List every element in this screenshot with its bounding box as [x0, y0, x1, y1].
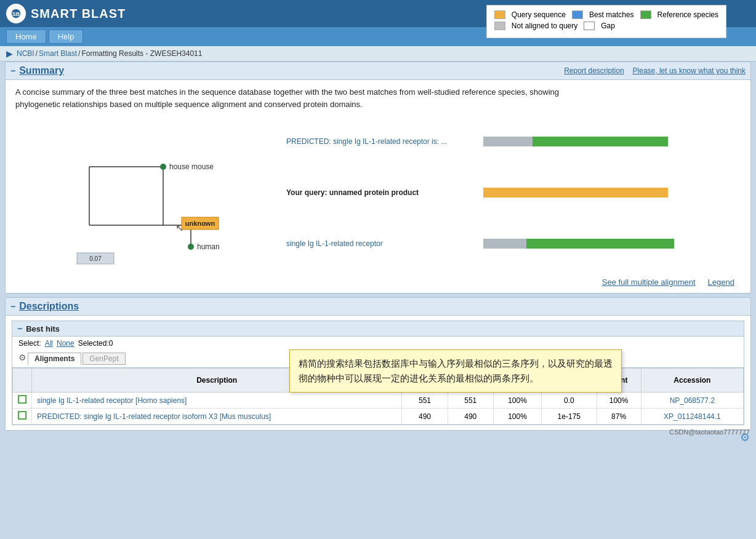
desc-link-1[interactable]: PREDICTED: single Ig IL-1-related recept… [37, 412, 271, 421]
legend-label-gap: Gap [601, 22, 615, 30]
alignment-bars: PREDICTED: single Ig IL-1-related recept… [280, 118, 741, 271]
align-label-3: single Ig IL-1-related receptor [286, 239, 477, 248]
descriptions-collapse-btn[interactable]: − [10, 301, 15, 311]
legend-swatch-green [640, 10, 651, 19]
descriptions-title[interactable]: Descriptions [19, 301, 79, 312]
breadcrumb: ▶ NCBI / Smart Blast / Formatting Result… [0, 46, 756, 62]
row-querycover-1: 100% [493, 409, 541, 425]
legend-label-best: Best matches [589, 10, 634, 19]
row-totalscore-0: 551 [448, 393, 493, 409]
bar-green-3 [526, 239, 674, 249]
app-logo: SB [6, 4, 26, 23]
th-accession: Accession [641, 369, 743, 393]
svg-text:house mouse: house mouse [169, 162, 214, 171]
align-icon: ⚙ [18, 353, 26, 365]
app-brand: SMART BLAST [31, 7, 126, 21]
legend-box: Query sequence Best matches Reference sp… [486, 5, 726, 38]
crumb-sep2: / [78, 49, 80, 58]
best-hits-header: − Best hits [12, 321, 744, 337]
crumb-sep1: / [36, 49, 38, 58]
bar-green-1 [533, 137, 668, 146]
bar-gray-1 [483, 137, 533, 146]
table-row: single Ig IL-1-related receptor [Homo sa… [13, 393, 744, 409]
tooltip-overlay: 精简的搜索结果包括数据库中与输入序列最相似的三条序列，以及研究的最透彻的物种中可… [289, 349, 622, 393]
report-description-link[interactable]: Report description [564, 66, 624, 75]
row-querycover-0: 100% [493, 393, 541, 409]
align-row-3: single Ig IL-1-related receptor [286, 238, 741, 249]
row-maxscore-0: 551 [402, 393, 448, 409]
svg-text:↖: ↖ [175, 223, 183, 233]
row-checkbox-1[interactable] [13, 409, 32, 425]
select-none-link[interactable]: None [57, 339, 74, 348]
align-row-1: PREDICTED: single Ig IL-1-related recept… [286, 136, 741, 147]
results-tbody: single Ig IL-1-related receptor [Homo sa… [13, 393, 744, 425]
legend-swatch-yellow [494, 10, 505, 19]
summary-collapse-btn[interactable]: − [10, 66, 15, 76]
select-label: Select: [18, 339, 41, 348]
legend-link[interactable]: Legend [708, 277, 734, 287]
summary-title[interactable]: Summary [19, 65, 64, 76]
crumb-arrow: ▶ [6, 49, 13, 58]
accession-link-1[interactable]: XP_011248144.1 [664, 412, 721, 421]
legend-swatch-gray [494, 22, 505, 30]
help-button[interactable]: Help [49, 30, 84, 44]
align-row-2: Your query: unnamed protein product [286, 187, 741, 198]
tree-alignment-area: house mouse unknown human 0.07 ↖ [15, 118, 741, 271]
summary-description: A concise summary of the three best matc… [15, 86, 569, 110]
row-totalscore-1: 490 [448, 409, 493, 425]
svg-text:SB: SB [12, 11, 20, 17]
best-hits-title: Best hits [26, 324, 60, 333]
tab-genpept[interactable]: GenPept [82, 353, 125, 365]
svg-text:unknown: unknown [185, 220, 215, 227]
summary-section: − Summary Report description Please, let… [5, 62, 751, 293]
row-evalue-1: 1e-175 [542, 409, 597, 425]
tab-alignments[interactable]: Alignments [28, 353, 81, 365]
checkbox-1[interactable] [18, 411, 26, 420]
bar-container-2 [483, 187, 741, 198]
row-checkbox-0[interactable] [13, 393, 32, 409]
descriptions-header: − Descriptions [6, 298, 750, 316]
row-ident-0: 100% [597, 393, 641, 409]
bar-container-1 [483, 136, 741, 147]
legend-label-query: Query sequence [512, 10, 566, 19]
settings-icon[interactable]: ⚙ [740, 431, 750, 444]
select-all-link[interactable]: All [45, 339, 53, 348]
th-checkbox [13, 369, 32, 393]
legend-label-ref: Reference species [657, 10, 718, 19]
bar-gray-3 [483, 239, 526, 249]
legend-label-not-aligned: Not aligned to query [512, 22, 577, 30]
align-query-label: Your query: unnamed protein product [286, 188, 419, 197]
align-label-2: Your query: unnamed protein product [286, 188, 477, 197]
desc-link-0[interactable]: single Ig IL-1-related receptor [Homo sa… [37, 396, 187, 405]
row-maxscore-1: 490 [402, 409, 448, 425]
crumb-current: Formatting Results - ZWESEH34011 [81, 49, 202, 58]
table-row: PREDICTED: single Ig IL-1-related recept… [13, 409, 744, 425]
svg-point-12 [188, 244, 194, 250]
crumb-smartblast[interactable]: Smart Blast [39, 49, 77, 58]
align-link-3[interactable]: single Ig IL-1-related receptor [286, 239, 383, 248]
home-button[interactable]: Home [6, 30, 46, 44]
align-label-1: PREDICTED: single Ig IL-1-related recept… [286, 137, 477, 146]
row-desc-1: PREDICTED: single Ig IL-1-related recept… [32, 409, 402, 425]
bar-container-3 [483, 238, 741, 249]
summary-links: Report description Please, let us know w… [564, 66, 746, 75]
legend-row-1: Query sequence Best matches Reference sp… [494, 10, 718, 19]
row-ident-1: 87% [597, 409, 641, 425]
row-evalue-0: 0.0 [542, 393, 597, 409]
summary-footer: See full multiple alignment Legend [15, 277, 741, 287]
tooltip-text: 精简的搜索结果包括数据库中与输入序列最相似的三条序列，以及研究的最透彻的物种中可… [299, 358, 613, 383]
summary-header: − Summary Report description Please, let… [6, 62, 750, 80]
checkbox-0[interactable] [18, 395, 26, 404]
summary-body: A concise summary of the three best matc… [6, 80, 750, 293]
crumb-ncbi[interactable]: NCBI [17, 49, 34, 58]
feedback-link[interactable]: Please, let us know what you think [633, 66, 746, 75]
full-alignment-link[interactable]: See full multiple alignment [602, 277, 696, 287]
align-link-1[interactable]: PREDICTED: single Ig IL-1-related recept… [286, 137, 447, 146]
accession-link-0[interactable]: NP_068577.2 [670, 396, 715, 405]
phylo-tree: house mouse unknown human 0.07 ↖ [15, 118, 280, 271]
legend-row-2: Not aligned to query Gap [494, 22, 718, 30]
svg-point-8 [160, 164, 166, 170]
watermark: CSDN@taotaotao7777777 [669, 428, 750, 436]
best-hits-collapse-btn[interactable]: − [17, 324, 22, 333]
bar-yellow-2 [483, 188, 668, 198]
